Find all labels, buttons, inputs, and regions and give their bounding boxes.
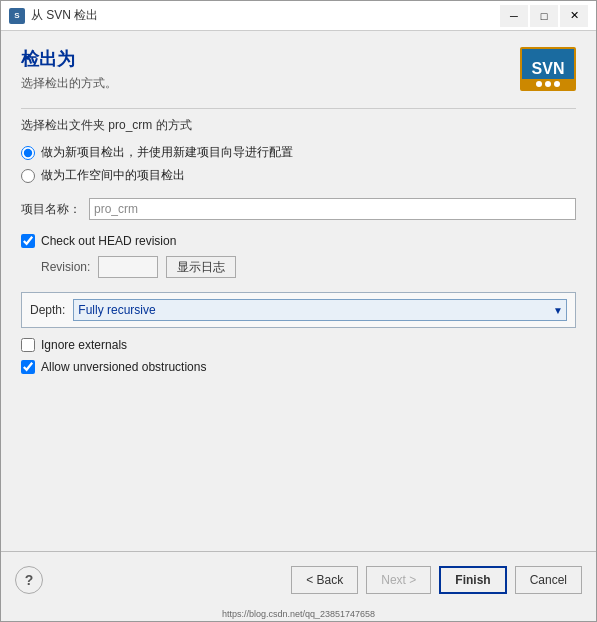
footer-left: ?: [15, 566, 43, 594]
project-name-row: 项目名称：: [21, 198, 576, 220]
revision-row: Revision: 显示日志: [21, 256, 576, 278]
depth-select-wrapper: Fully recursive Immediate children Only …: [73, 299, 567, 321]
maximize-button[interactable]: □: [530, 5, 558, 27]
header-left: 检出为 选择检出的方式。: [21, 47, 117, 92]
title-bar: S 从 SVN 检出 ─ □ ✕: [1, 1, 596, 31]
header-area: 检出为 选择检出的方式。 SVN: [21, 47, 576, 92]
cancel-button[interactable]: Cancel: [515, 566, 582, 594]
project-name-input[interactable]: [89, 198, 576, 220]
window-controls: ─ □ ✕: [500, 5, 588, 27]
dialog-title: 检出为: [21, 47, 117, 71]
allow-unversioned-checkbox[interactable]: [21, 360, 35, 374]
allow-unversioned-row: Allow unversioned obstructions: [21, 360, 576, 374]
window-title: 从 SVN 检出: [31, 7, 500, 24]
main-window: S 从 SVN 检出 ─ □ ✕ 检出为 选择检出的方式。 SVN: [0, 0, 597, 622]
svn-logo-text: SVN: [532, 61, 565, 77]
radio-item-workspace[interactable]: 做为工作空间中的项目检出: [21, 167, 576, 184]
ignore-externals-row: Ignore externals: [21, 338, 576, 352]
minimize-button[interactable]: ─: [500, 5, 528, 27]
close-button[interactable]: ✕: [560, 5, 588, 27]
window-icon: S: [9, 8, 25, 24]
depth-select[interactable]: Fully recursive Immediate children Only …: [73, 299, 567, 321]
svn-logo-bottom: [522, 79, 574, 89]
next-button[interactable]: Next >: [366, 566, 431, 594]
connector-dot-2: [545, 81, 551, 87]
footer-buttons: < Back Next > Finish Cancel: [291, 566, 582, 594]
checkout-head-checkbox[interactable]: [21, 234, 35, 248]
dialog-footer: ? < Back Next > Finish Cancel: [1, 551, 596, 607]
ignore-externals-checkbox[interactable]: [21, 338, 35, 352]
svn-logo-connector: [536, 81, 560, 87]
depth-label: Depth:: [30, 303, 65, 317]
checkout-head-row: Check out HEAD revision: [21, 234, 576, 248]
dialog-content: 检出为 选择检出的方式。 SVN 选择检出文件夹 pro_crm 的方式: [1, 31, 596, 551]
back-button[interactable]: < Back: [291, 566, 358, 594]
show-log-button[interactable]: 显示日志: [166, 256, 236, 278]
radio-workspace[interactable]: [21, 169, 35, 183]
project-name-label: 项目名称：: [21, 201, 81, 218]
revision-label: Revision:: [41, 260, 90, 274]
section-label: 选择检出文件夹 pro_crm 的方式: [21, 117, 576, 134]
allow-unversioned-label: Allow unversioned obstructions: [41, 360, 206, 374]
depth-row: Depth: Fully recursive Immediate childre…: [21, 292, 576, 328]
svn-logo: SVN: [520, 47, 576, 91]
spacer: [21, 382, 576, 535]
connector-dot-1: [536, 81, 542, 87]
radio-new-project-label: 做为新项目检出，并使用新建项目向导进行配置: [41, 144, 293, 161]
dialog-subtitle: 选择检出的方式。: [21, 75, 117, 92]
revision-input[interactable]: [98, 256, 158, 278]
help-button[interactable]: ?: [15, 566, 43, 594]
status-bar: https://blog.csdn.net/qq_23851747658: [1, 607, 596, 621]
status-url: https://blog.csdn.net/qq_23851747658: [222, 609, 375, 619]
connector-dot-3: [554, 81, 560, 87]
ignore-externals-label: Ignore externals: [41, 338, 127, 352]
checkout-method-group: 做为新项目检出，并使用新建项目向导进行配置 做为工作空间中的项目检出: [21, 144, 576, 184]
radio-item-new-project[interactable]: 做为新项目检出，并使用新建项目向导进行配置: [21, 144, 576, 161]
radio-new-project[interactable]: [21, 146, 35, 160]
finish-button[interactable]: Finish: [439, 566, 506, 594]
radio-workspace-label: 做为工作空间中的项目检出: [41, 167, 185, 184]
header-divider: [21, 108, 576, 109]
checkout-head-label: Check out HEAD revision: [41, 234, 176, 248]
